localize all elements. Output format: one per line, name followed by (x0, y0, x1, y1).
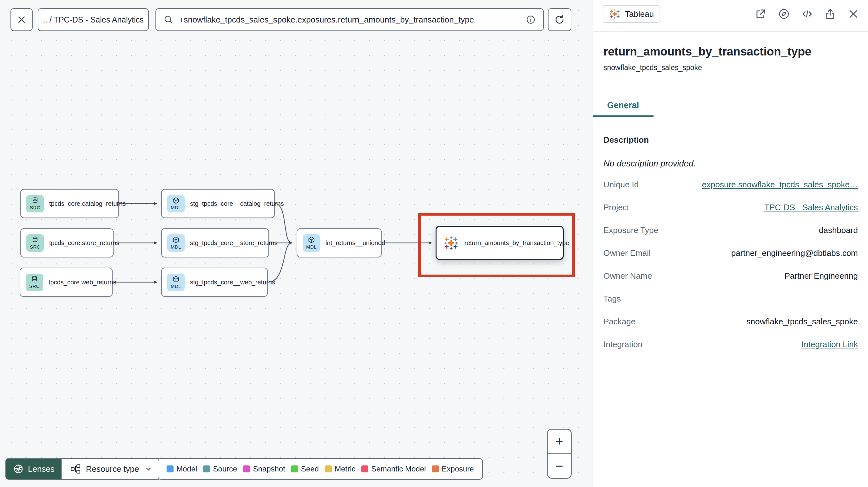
canvas-zoom-controls: + − (547, 429, 572, 479)
model-badge: MDL (167, 273, 185, 291)
badge-label: MDL (171, 244, 181, 250)
graph-node-stg-store-returns[interactable]: MDL stg_tpcds_core__store_returns (161, 228, 269, 257)
source-badge: SRC (26, 195, 44, 213)
badge-label: SRC (29, 284, 40, 289)
panel-body: return_amounts_by_transaction_type snowf… (593, 45, 868, 356)
lineage-search (155, 8, 544, 31)
page-title: return_amounts_by_transaction_type (603, 45, 858, 58)
legend-item-metric: Metric (325, 464, 355, 474)
zoom-in-button[interactable]: + (548, 430, 571, 453)
graph-node-src-catalog-returns[interactable]: SRC tpcds_core.catalog_returns (20, 189, 119, 218)
search-input[interactable] (179, 15, 520, 25)
unique-id-link[interactable]: exposure.snowflake_tpcds_sales_spoke… (702, 180, 858, 190)
lineage-canvas[interactable]: SRC tpcds_core.catalog_returns MDL stg_t… (0, 0, 593, 487)
resource-type-dropdown[interactable]: Resource type (62, 459, 161, 479)
panel-header: Tableau (593, 0, 868, 32)
seed-color-chip (291, 465, 298, 473)
database-icon (31, 275, 38, 283)
graph-node-src-web-returns[interactable]: SRC tpcds_core.web_returns (20, 268, 113, 297)
tableau-logo-icon (443, 235, 459, 251)
database-icon (31, 236, 39, 244)
field-row-package: Package snowflake_tpcds_sales_spoke (603, 310, 858, 333)
field-row-integration: Integration Integration Link (603, 333, 858, 356)
package-subtitle: snowflake_tpcds_sales_spoke (603, 63, 858, 72)
cube-icon (172, 236, 180, 244)
graph-node-int-returns-unioned[interactable]: MDL int_returns__unioned (297, 228, 382, 257)
badge-label: SRC (30, 244, 40, 250)
cube-icon (308, 236, 315, 244)
description-value: No description provided. (603, 159, 858, 169)
external-link-icon[interactable] (754, 8, 767, 20)
field-row-project: Project TPC-DS - Sales Analytics (603, 196, 858, 219)
legend-item-snapshot: Snapshot (243, 464, 285, 474)
graph-node-exposure-selected[interactable]: return_amounts_by_transaction_type (436, 226, 564, 260)
database-icon (31, 197, 39, 204)
field-row-exposure-type: Exposure Type dashboard (603, 219, 858, 241)
tab-general[interactable]: General (593, 95, 654, 117)
legend-item-model: Model (166, 464, 197, 474)
node-label: return_amounts_by_transaction_type (464, 239, 569, 247)
breadcrumb[interactable]: .. / TPC-DS - Sales Analytics (38, 8, 149, 31)
dbt-explorer-window: SRC tpcds_core.catalog_returns MDL stg_t… (0, 0, 868, 487)
refresh-icon (554, 14, 565, 25)
badge-label: MDL (171, 284, 181, 289)
exposure-color-chip (432, 465, 439, 473)
search-icon (163, 14, 174, 25)
node-label: tpcds_core.catalog_returns (49, 200, 126, 207)
node-details-panel: Tableau (593, 0, 868, 487)
graph-node-src-store-returns[interactable]: SRC tpcds_core.store_returns (20, 228, 114, 257)
semantic-model-color-chip (361, 465, 368, 473)
tableau-logo-icon (609, 8, 621, 20)
close-icon (17, 14, 27, 25)
share-icon[interactable] (824, 8, 837, 20)
resource-type-label: Resource type (86, 464, 139, 474)
info-icon[interactable] (525, 14, 536, 25)
lenses-button[interactable]: Lenses (6, 459, 62, 479)
legend-item-exposure: Exposure (432, 464, 474, 474)
refresh-lineage-button[interactable] (548, 8, 571, 31)
chevron-down-icon (144, 464, 153, 474)
snapshot-color-chip (243, 465, 250, 473)
exposure-type-value: dashboard (819, 225, 858, 235)
metric-color-chip (325, 465, 332, 473)
node-label: tpcds_core.store_returns (49, 239, 119, 247)
owner-email-value: partner_engineering@dbtlabs.com (731, 248, 858, 258)
cube-icon (172, 275, 180, 283)
description-label: Description (603, 135, 858, 145)
model-color-chip (166, 465, 174, 473)
badge-label: MDL (171, 205, 181, 210)
integration-link[interactable]: Integration Link (801, 339, 858, 349)
code-icon[interactable] (801, 8, 813, 20)
graph-node-stg-catalog-returns[interactable]: MDL stg_tpcds_core__catalog_returns (161, 189, 275, 218)
field-row-owner-name: Owner Name Partner Engineering (603, 264, 858, 287)
model-badge: MDL (303, 234, 320, 252)
field-row-unique-id: Unique Id exposure.snowflake_tpcds_sales… (603, 173, 858, 196)
hierarchy-icon (70, 463, 81, 475)
panel-tabs: General (593, 95, 868, 117)
node-label: stg_tpcds_core__web_returns (190, 279, 275, 286)
badge-label: SRC (30, 205, 40, 210)
resource-type-legend: Model Source Snapshot Seed Metric Semant… (158, 458, 483, 480)
field-row-tags: Tags (603, 287, 858, 310)
badge-label: MDL (306, 244, 317, 250)
close-panel-icon[interactable] (847, 8, 860, 20)
zoom-out-button[interactable]: − (548, 453, 571, 478)
tableau-type-badge: Tableau (603, 5, 660, 23)
cube-icon (172, 197, 180, 204)
breadcrumb-label: .. / TPC-DS - Sales Analytics (43, 15, 144, 24)
model-badge: MDL (167, 195, 185, 213)
compass-icon[interactable] (778, 8, 790, 20)
close-lineage-button[interactable] (10, 8, 33, 31)
node-label: stg_tpcds_core__catalog_returns (190, 200, 284, 207)
node-label: stg_tpcds_core__store_returns (190, 239, 278, 247)
tableau-badge-label: Tableau (625, 9, 654, 19)
graph-node-stg-web-returns[interactable]: MDL stg_tpcds_core__web_returns (161, 268, 268, 297)
lenses-toolbar: Lenses Resource type (5, 458, 162, 480)
legend-item-semantic-model: Semantic Model (361, 464, 426, 474)
legend-item-seed: Seed (291, 464, 319, 474)
source-badge: SRC (26, 273, 43, 291)
project-link[interactable]: TPC-DS - Sales Analytics (764, 203, 858, 213)
node-label: tpcds_core.web_returns (49, 279, 116, 286)
aperture-icon (13, 463, 24, 474)
source-badge: SRC (26, 234, 44, 252)
